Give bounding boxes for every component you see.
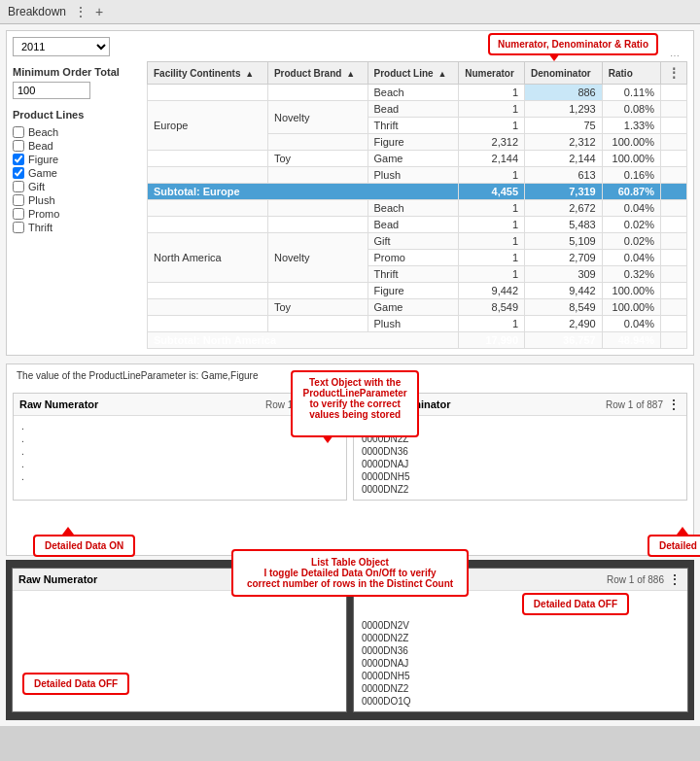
raw-denom-on-menu[interactable]: ⋮ bbox=[667, 397, 681, 412]
callout-detailed-on-right: Detailed Data ON bbox=[648, 535, 700, 557]
th-denominator: Denominator bbox=[525, 62, 603, 85]
raw-denom-on-rowcount: Row 1 of 887 bbox=[606, 399, 663, 410]
pl-figure: Figure bbox=[13, 154, 139, 165]
raw-numerator-title: Raw Numerator bbox=[19, 398, 98, 410]
pl-beach: Beach bbox=[13, 126, 139, 138]
raw-denom-off-menu[interactable]: ⋮ bbox=[668, 571, 682, 587]
table-row: Toy Game 2,144 2,144 100.00% bbox=[148, 151, 687, 167]
pl-beach-check[interactable] bbox=[13, 126, 24, 138]
pl-promo: Promo bbox=[13, 208, 139, 220]
callout-numerator: Numerator, Denominator & Ratio bbox=[488, 33, 658, 55]
th-menu[interactable]: ⋮ bbox=[661, 62, 687, 85]
left-panel: 2011 2012 2013 Minimum Order Total Produ… bbox=[13, 37, 139, 349]
raw-denom-off-rowcount: Row 1 of 886 bbox=[607, 574, 664, 585]
callout-detailed-off-right: Detailed Data OFF bbox=[522, 593, 629, 615]
right-panel: Numerator, Denominator & Ratio ⋯ Facilit… bbox=[147, 37, 687, 349]
pl-game: Game bbox=[13, 167, 139, 179]
table-row: Beach 1 2,672 0.04% bbox=[148, 200, 687, 217]
pl-figure-check[interactable] bbox=[13, 154, 24, 165]
th-product: Product Line ▲ bbox=[368, 62, 459, 85]
callout-detailed-on-left: Detailed Data ON bbox=[33, 535, 135, 557]
table-row: Plush 1 613 0.16% bbox=[148, 167, 687, 184]
callout-detailed-off-left: Detailed Data OFF bbox=[22, 673, 129, 695]
pl-game-check[interactable] bbox=[13, 167, 24, 179]
th-numerator: Numerator bbox=[459, 62, 525, 85]
year-select[interactable]: 2011 2012 2013 bbox=[13, 37, 110, 56]
raw-denom-off-body: 0000DN2V 0000DN2Z 0000DN36 0000DNAJ 0000… bbox=[354, 615, 687, 711]
pl-thrift-check[interactable] bbox=[13, 222, 24, 233]
min-order-label: Minimum Order Total bbox=[13, 66, 139, 78]
callout-text-object: Text Object with the ProductLineParamete… bbox=[291, 370, 418, 437]
bottom-section-on: The value of the ProductLineParameter is… bbox=[6, 363, 694, 556]
raw-numerator-off-title: Raw Numerator bbox=[18, 573, 97, 585]
th-ratio: Ratio bbox=[602, 62, 660, 85]
callout-list-table: List Table Object I toggle Detailed Data… bbox=[231, 549, 469, 597]
pl-plush: Plush bbox=[13, 194, 139, 206]
params-text: The value of the ProductLineParameter is… bbox=[13, 370, 262, 381]
table-row: Plush 1 2,490 0.04% bbox=[148, 316, 687, 332]
tab-add-icon[interactable]: + bbox=[95, 4, 103, 19]
main-table: Facility Continents ▲ Product Brand ▲ Pr… bbox=[147, 61, 687, 349]
th-continent: Facility Continents ▲ bbox=[148, 62, 268, 85]
subtotal-north-america: Subtotal: North America 17,990 36,757 48… bbox=[148, 332, 687, 349]
pl-gift-check[interactable] bbox=[13, 181, 24, 192]
table-row: Europe Novelty Bead 1 1,293 0.08% bbox=[148, 101, 687, 118]
tab-name: Breakdown bbox=[8, 5, 66, 18]
pl-bead-check[interactable] bbox=[13, 140, 24, 152]
tab-options-icon[interactable]: ⋮ bbox=[74, 4, 88, 19]
callout-detailed-off-left-wrapper: Detailed Data OFF bbox=[22, 673, 129, 695]
table-row: Bead 1 5,483 0.02% bbox=[148, 217, 687, 233]
raw-numerator-off-body bbox=[13, 591, 346, 669]
pl-gift: Gift bbox=[13, 181, 139, 192]
pl-plush-check[interactable] bbox=[13, 194, 24, 206]
table-row: Figure 9,442 9,442 100.00% bbox=[148, 283, 687, 299]
table-row: North America Novelty Gift 1 5,109 0.02% bbox=[148, 233, 687, 250]
min-order-input[interactable] bbox=[13, 82, 90, 99]
subtotal-europe: Subtotal: Europe 4,455 7,319 60.87% bbox=[148, 184, 687, 200]
th-brand: Product Brand ▲ bbox=[267, 62, 368, 85]
table-row: Toy Game 8,549 8,549 100.00% bbox=[148, 299, 687, 316]
product-lines-label: Product Lines bbox=[13, 109, 139, 121]
table-row: Beach 1 886 0.11% bbox=[148, 85, 687, 101]
top-bar: Breakdown ⋮ + bbox=[0, 0, 700, 24]
top-section: 2011 2012 2013 Minimum Order Total Produ… bbox=[6, 30, 694, 356]
pl-thrift: Thrift bbox=[13, 222, 139, 233]
main-content: 2011 2012 2013 Minimum Order Total Produ… bbox=[0, 24, 700, 726]
pl-bead: Bead bbox=[13, 140, 139, 152]
pl-promo-check[interactable] bbox=[13, 208, 24, 220]
